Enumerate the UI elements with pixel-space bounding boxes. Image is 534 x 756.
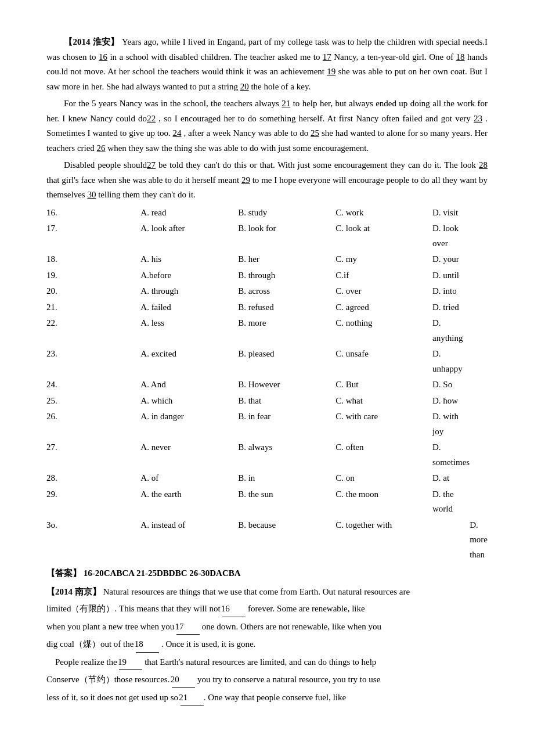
- option-30-b: B. because: [238, 517, 335, 563]
- passage2-line4a-text: People realize the: [55, 657, 119, 667]
- option-16-b: B. study: [238, 205, 335, 221]
- option-row-21: 21. A. failed B. refused C. agreed D. tr…: [46, 300, 488, 316]
- option-25-a: A. which: [140, 393, 238, 409]
- blank26-text: 26: [97, 143, 106, 153]
- option-30-c: C. together with: [335, 517, 470, 563]
- blank21-text: 21: [282, 99, 290, 108]
- option-row-17: 17. A. look after B. look for C. look at…: [46, 221, 488, 251]
- passage2-line6b: . One way that people conserve fuel, lik…: [204, 693, 346, 702]
- option-row-16: 16. A. read B. study C. work D. visit: [46, 205, 488, 221]
- option-row-24: 24. A. And B. However C. But D. So: [46, 377, 488, 393]
- passage2-line3b: . Once it is used, it is gone.: [159, 639, 255, 649]
- option-16-d: D. visit: [432, 205, 470, 221]
- option-row-19: 19. A.before B. through C.if D. until: [46, 268, 488, 284]
- option-row-29: 29. A. the earth B. the sun C. the moon …: [46, 487, 488, 517]
- page-content: 【2014 淮安】 Years ago, while I lived in En…: [46, 35, 488, 705]
- passage1-text16: that girl's face when she was able to do…: [46, 175, 241, 185]
- option-22-d: D. anything: [432, 315, 470, 346]
- option-21-a: A. failed: [140, 300, 238, 316]
- option-27-num: 27.: [46, 440, 140, 470]
- option-28-a: A. of: [140, 470, 238, 487]
- passage1-header: 【2014 淮安】: [64, 37, 120, 46]
- option-row-26: 26. A. in danger B. in fear C. with care…: [46, 409, 488, 440]
- passage1-paragraph2: For the 5 years Nancy was in the school,…: [46, 96, 488, 156]
- passage2-header-line: 【2014 南京】 Natural resources are things t…: [46, 585, 488, 600]
- passage1-text18: telling them they can't do it.: [96, 190, 195, 199]
- option-20-a: A. through: [140, 283, 238, 300]
- option-25-c: C. what: [335, 393, 432, 409]
- blank22-text: 22: [147, 114, 156, 123]
- blank17-text: 17: [323, 52, 331, 62]
- answer1-label: 【答案】: [46, 568, 81, 578]
- passage1-text2: in a school with disabled children. The …: [107, 52, 323, 62]
- option-26-d: D. with joy: [432, 409, 470, 440]
- option-21-c: C. agreed: [335, 300, 432, 316]
- option-27-a: A. never: [140, 440, 238, 470]
- option-20-num: 20.: [46, 283, 140, 300]
- blank16-text: 16: [99, 52, 107, 62]
- option-29-d: D. the world: [432, 487, 470, 517]
- option-24-a: A. And: [140, 377, 238, 393]
- option-17-d: D. look over: [432, 221, 470, 251]
- option-21-d: D. tried: [432, 300, 470, 316]
- passage2-line2: when you plant a new tree when you 17 on…: [46, 620, 488, 635]
- option-row-25: 25. A. which B. that C. what D. how: [46, 393, 488, 409]
- option-30-d: D. more than: [470, 517, 488, 563]
- answer1-text: 16-20CABCA 21-25DBDBC 26-30DACBA: [84, 568, 241, 578]
- option-23-c: C. unsafe: [335, 346, 432, 377]
- passage2-line4: People realize the 19 that Earth's natur…: [46, 655, 488, 671]
- option-21-b: B. refused: [238, 300, 335, 316]
- blank19-text: 19: [327, 67, 335, 76]
- blank28-text: 28: [479, 160, 488, 170]
- option-24-d: D. So: [432, 377, 470, 393]
- passage1-text11: , after a week Nancy was able to do: [182, 128, 311, 138]
- option-28-num: 28.: [46, 470, 140, 487]
- option-23-num: 23.: [46, 346, 140, 377]
- option-19-a: A.before: [140, 268, 238, 284]
- option-27-c: C. often: [335, 440, 432, 470]
- option-row-18: 18. A. his B. her C. my D. your: [46, 251, 488, 268]
- option-22-b: B. more: [238, 315, 335, 346]
- option-17-a: A. look after: [140, 221, 238, 251]
- option-26-a: A. in danger: [140, 409, 238, 440]
- passage2-blank21: 21: [181, 690, 204, 706]
- option-row-30: 3o. A. instead of B. because C. together…: [46, 517, 488, 563]
- option-row-20: 20. A. through B. across C. over D. into: [46, 283, 488, 300]
- passage2-line2-text: when you plant a new tree when you: [46, 622, 176, 631]
- option-30-a: A. instead of: [140, 517, 238, 563]
- option-30-num: 3o.: [46, 517, 140, 563]
- option-28-b: B. in: [238, 470, 335, 487]
- options-table: 16. A. read B. study C. work D. visit 17…: [46, 205, 488, 563]
- passage2-line3a-text: dig coal（煤）out of the: [46, 639, 136, 649]
- passage2-line1-text: limited（有限的）. This means that they will …: [46, 604, 222, 613]
- passage2-line6: less of it, so it does not get used up s…: [46, 690, 488, 706]
- blank25-text: 25: [311, 128, 319, 138]
- option-26-b: B. in fear: [238, 409, 335, 440]
- blank24-text: 24: [173, 128, 182, 138]
- option-29-c: C. the moon: [335, 487, 432, 517]
- option-19-num: 19.: [46, 268, 140, 284]
- option-20-d: D. into: [432, 283, 470, 300]
- option-29-num: 29.: [46, 487, 140, 517]
- option-28-c: C. on: [335, 470, 432, 487]
- passage2-line2b: one down. Others are not renewable, like…: [200, 622, 381, 631]
- option-25-b: B. that: [238, 393, 335, 409]
- option-16-c: C. work: [335, 205, 432, 221]
- passage2-line5a-text: Conserve（节约）those resources.: [46, 675, 172, 684]
- passage2-blank17: 17: [176, 620, 200, 635]
- option-24-num: 24.: [46, 377, 140, 393]
- passage2-line3: dig coal（煤）out of the 18 . Once it is us…: [46, 637, 488, 653]
- passage2-blank20: 20: [172, 672, 195, 688]
- passage1-paragraph1: 【2014 淮安】 Years ago, while I lived in En…: [46, 35, 488, 94]
- passage1-text7: For the 5 years Nancy was in the school,…: [64, 99, 282, 108]
- passage2-header: 【2014 南京】: [46, 587, 101, 596]
- blank18-text: 18: [456, 52, 465, 62]
- passage2-blank16: 16: [222, 602, 246, 617]
- passage2-line6a-text: less of it, so it does not get used up s…: [46, 693, 181, 702]
- option-20-c: C. over: [335, 283, 432, 300]
- option-16-a: A. read: [140, 205, 238, 221]
- option-23-d: D. unhappy: [432, 346, 470, 377]
- option-22-c: C. nothing: [335, 315, 432, 346]
- passage1-text14: Disabled people should: [64, 160, 147, 170]
- option-19-d: D. until: [432, 268, 470, 284]
